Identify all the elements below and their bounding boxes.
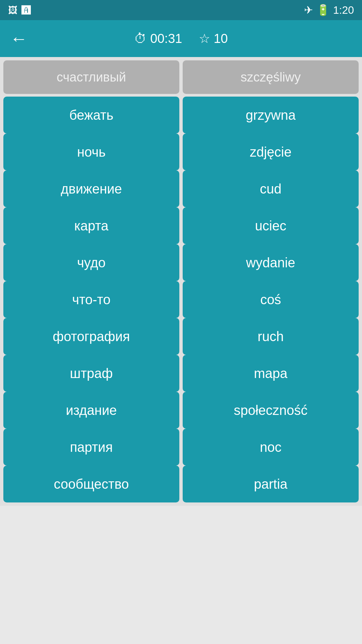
- header-center: ⏱ 00:31 ☆ 10: [134, 31, 228, 46]
- left-word-card[interactable]: бежать: [3, 97, 179, 133]
- left-word-text: партия: [67, 440, 116, 455]
- stars-section: ☆ 10: [199, 31, 228, 46]
- right-word-card[interactable]: ruch: [183, 318, 359, 355]
- left-header-card: счастливый: [3, 60, 179, 94]
- right-word-card[interactable]: zdjęcie: [183, 133, 359, 170]
- left-word-card[interactable]: штраф: [3, 355, 179, 392]
- text-icon: 🅰: [21, 5, 31, 16]
- right-word-text: coś: [257, 292, 284, 307]
- right-word-text: partia: [250, 477, 291, 492]
- right-word-text: mapa: [250, 366, 291, 381]
- timer-value: 00:31: [150, 32, 182, 46]
- left-word-card[interactable]: движение: [3, 170, 179, 207]
- right-word-card[interactable]: uciec: [183, 207, 359, 244]
- right-header-card: szczęśliwy: [183, 60, 359, 94]
- time-display: 1:20: [333, 4, 354, 16]
- left-word-card[interactable]: издание: [3, 392, 179, 429]
- battery-icon: 🔋: [316, 4, 330, 16]
- timer-section: ⏱ 00:31: [134, 32, 182, 46]
- timer-icon: ⏱: [134, 32, 147, 46]
- left-word-card[interactable]: партия: [3, 429, 179, 466]
- app-header: ← ⏱ 00:31 ☆ 10: [0, 20, 362, 57]
- right-word-text: zdjęcie: [246, 145, 295, 160]
- right-word-text: noc: [256, 440, 285, 455]
- star-icon: ☆: [199, 31, 210, 46]
- left-word-text: чудо: [74, 255, 109, 270]
- right-word-card[interactable]: partia: [183, 466, 359, 502]
- right-word-card[interactable]: noc: [183, 429, 359, 466]
- back-button[interactable]: ←: [10, 29, 27, 49]
- status-bar: 🖼 🅰 ✈ 🔋 1:20: [0, 0, 362, 20]
- left-word-card[interactable]: сообщество: [3, 466, 179, 502]
- right-word-text: uciec: [252, 218, 290, 233]
- image-icon: 🖼: [8, 5, 17, 16]
- left-word-card[interactable]: фотография: [3, 318, 179, 355]
- left-word-text: издание: [62, 403, 120, 418]
- left-word-text: карта: [71, 218, 112, 233]
- right-word-card[interactable]: coś: [183, 281, 359, 318]
- left-header-word: счастливый: [57, 70, 126, 85]
- right-word-card[interactable]: społeczność: [183, 392, 359, 429]
- status-bar-left: 🖼 🅰: [8, 5, 31, 16]
- left-word-card[interactable]: карта: [3, 207, 179, 244]
- left-word-card[interactable]: что-то: [3, 281, 179, 318]
- right-word-card[interactable]: cud: [183, 170, 359, 207]
- left-word-text: штраф: [67, 366, 116, 381]
- stars-value: 10: [214, 32, 228, 46]
- right-word-text: wydanie: [243, 255, 299, 270]
- left-word-card[interactable]: чудо: [3, 244, 179, 281]
- right-word-text: grzywna: [242, 108, 299, 123]
- right-word-text: ruch: [254, 329, 287, 344]
- left-word-text: что-то: [69, 292, 114, 307]
- left-word-list: бежатьночьдвижениекартачудочто-тофотогра…: [3, 97, 179, 502]
- right-column: szczęśliwy grzywnazdjęciecuduciecwydanie…: [183, 60, 359, 502]
- right-word-card[interactable]: wydanie: [183, 244, 359, 281]
- right-word-text: społeczność: [230, 403, 311, 418]
- airplane-icon: ✈: [304, 4, 313, 16]
- right-word-card[interactable]: grzywna: [183, 97, 359, 133]
- right-word-list: grzywnazdjęciecuduciecwydaniecośruchmapa…: [183, 97, 359, 502]
- left-word-text: движение: [57, 181, 125, 197]
- left-word-text: бежать: [66, 108, 117, 123]
- left-word-text: сообщество: [51, 477, 132, 492]
- right-word-card[interactable]: mapa: [183, 355, 359, 392]
- left-word-card[interactable]: ночь: [3, 133, 179, 170]
- left-word-text: ночь: [74, 145, 109, 160]
- main-content: счастливый бежатьночьдвижениекартачудочт…: [0, 57, 362, 506]
- left-word-text: фотография: [49, 329, 133, 344]
- right-header-word: szczęśliwy: [241, 70, 301, 85]
- left-column: счастливый бежатьночьдвижениекартачудочт…: [3, 60, 179, 502]
- right-word-text: cud: [256, 181, 285, 197]
- status-bar-right: ✈ 🔋 1:20: [304, 4, 354, 16]
